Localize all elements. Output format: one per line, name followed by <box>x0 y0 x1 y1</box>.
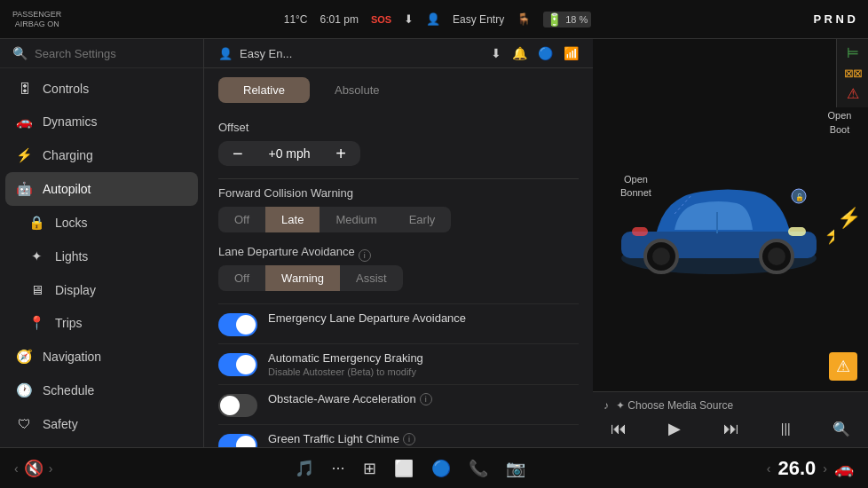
mute-button[interactable]: 🔇 <box>24 459 43 478</box>
oaa-info-icon[interactable]: i <box>420 393 432 405</box>
tab-absolute[interactable]: Absolute <box>310 77 405 103</box>
gtlc-toggle[interactable] <box>218 434 257 447</box>
temperature-display: 11°C <box>284 13 308 26</box>
download-small-icon: ⬇ <box>491 46 501 60</box>
aeb-info: Automatic Emergency Braking Disable Auto… <box>268 351 579 377</box>
sidebar-item-locks[interactable]: 🔒 Locks <box>0 206 203 240</box>
charging-icon: ⚡ <box>16 147 32 163</box>
taskbar-left: ‹ 🔇 › <box>14 459 52 478</box>
svg-text:⚡: ⚡ <box>824 224 834 245</box>
battery-percent: 18 % <box>565 14 588 25</box>
speed-right-arrow[interactable]: › <box>823 461 827 476</box>
time-display: 6:01 pm <box>320 13 359 26</box>
locks-icon: 🔒 <box>28 215 44 231</box>
offset-control: − +0 mph + <box>218 141 360 166</box>
svg-rect-7 <box>788 227 806 236</box>
navigation-icon: 🧭 <box>16 349 32 365</box>
sidebar-label-schedule: Schedule <box>43 383 94 397</box>
easy-entry-label: Easy Entry <box>453 13 504 26</box>
sidebar-item-charging[interactable]: ⚡ Charging <box>0 138 203 172</box>
toggle-row-aeb: Automatic Emergency Braking Disable Auto… <box>218 343 579 384</box>
dynamics-icon: 🚗 <box>16 114 32 130</box>
battery-icon: 🔋 <box>547 12 562 27</box>
open-boot-label[interactable]: OpenBoot <box>827 109 851 137</box>
aeb-toggle[interactable] <box>218 353 257 376</box>
taskbar-right-arrow[interactable]: › <box>49 461 53 476</box>
top-bar: PASSENGERAIRBAG ON 11°C 6:01 pm SOS ⬇ 👤 … <box>0 0 868 39</box>
fcw-early-button[interactable]: Early <box>393 207 452 232</box>
lda-off-button[interactable]: Off <box>218 265 265 291</box>
sub-header-icons: ⬇ 🔔 🔵 📶 <box>491 46 579 60</box>
lda-btn-group: Off Warning Assist <box>218 265 579 291</box>
bluetooth-taskbar-icon[interactable]: 🔵 <box>431 459 451 478</box>
app-taskbar-icon[interactable]: ⬜ <box>394 459 414 478</box>
lda-warning-button[interactable]: Warning <box>265 265 340 291</box>
gear-orange-icon: ⊠⊠ <box>844 67 862 80</box>
fcw-medium-button[interactable]: Medium <box>320 207 392 232</box>
seat-icon: 🪑 <box>517 12 531 26</box>
aeb-title: Automatic Emergency Braking <box>268 351 579 365</box>
media-search-button[interactable]: 🔍 <box>825 419 857 439</box>
grid-taskbar-icon[interactable]: ⊞ <box>363 459 376 478</box>
sidebar-item-lights[interactable]: ✦ Lights <box>0 240 203 273</box>
sidebar-label-navigation: Navigation <box>43 350 101 364</box>
display-icon: 🖥 <box>28 282 44 297</box>
gear-red-icon: ⚠ <box>847 85 859 102</box>
sidebar-item-schedule[interactable]: 🕐 Schedule <box>0 374 203 407</box>
oaa-toggle[interactable] <box>218 394 257 417</box>
nav-items: 🎛 Controls 🚗 Dynamics ⚡ Charging 🤖 Autop… <box>0 68 203 447</box>
offset-plus-button[interactable]: + <box>330 145 351 162</box>
music-taskbar-icon[interactable]: 🎵 <box>295 459 314 478</box>
car-taskbar-icon[interactable]: 🚗 <box>834 459 854 478</box>
lda-info-icon[interactable]: i <box>359 249 371 262</box>
car-view: OpenBonnet OpenBoot <box>593 39 868 391</box>
gtlc-label-row: Green Traffic Light Chime i <box>268 432 579 445</box>
media-title-row: ♪ ✦ Choose Media Source <box>604 399 857 412</box>
sidebar-item-display[interactable]: 🖥 Display <box>0 273 203 306</box>
elda-info: Emergency Lane Departure Avoidance <box>268 311 579 325</box>
sidebar-label-autopilot: Autopilot <box>43 182 91 196</box>
toggle-row-gtlc: Green Traffic Light Chime i <box>218 424 579 447</box>
top-bar-center: 11°C 6:01 pm SOS ⬇ 👤 Easy Entry 🪑 🔋 18 % <box>284 12 592 28</box>
media-prev-button[interactable]: ⏮ <box>604 418 634 440</box>
svg-rect-8 <box>632 227 648 236</box>
lda-label: Lane Departure Avoidance <box>218 245 355 258</box>
lda-assist-button[interactable]: Assist <box>340 265 403 291</box>
person-small-icon: 👤 <box>218 47 233 60</box>
top-bar-right: P R N D <box>814 12 856 26</box>
sidebar-label-locks: Locks <box>55 216 88 230</box>
taskbar-right: ‹ 26.0 › 🚗 <box>767 457 854 480</box>
speed-left-arrow[interactable]: ‹ <box>767 461 771 476</box>
download-icon: ⬇ <box>404 12 414 26</box>
speed-value: 26.0 <box>778 457 817 480</box>
sidebar-item-dynamics[interactable]: 🚗 Dynamics <box>0 105 203 138</box>
camera-taskbar-icon[interactable]: 📷 <box>506 459 525 478</box>
sidebar-item-navigation[interactable]: 🧭 Navigation <box>0 340 203 374</box>
media-controls: ⏮ ▶ ⏭ ||| 🔍 <box>604 417 857 440</box>
bell-icon: 🔔 <box>512 46 527 60</box>
gtlc-info-icon[interactable]: i <box>403 433 415 445</box>
search-bar[interactable]: 🔍 <box>0 39 203 68</box>
media-queue-button[interactable]: ||| <box>774 420 798 437</box>
sidebar-item-controls[interactable]: 🎛 Controls <box>0 72 203 105</box>
fcw-off-button[interactable]: Off <box>218 207 265 232</box>
elda-toggle[interactable] <box>218 313 257 336</box>
dots-taskbar-icon[interactable]: ··· <box>332 459 345 477</box>
phone-taskbar-icon[interactable]: 📞 <box>469 459 488 478</box>
sidebar-item-autopilot[interactable]: 🤖 Autopilot <box>5 172 198 206</box>
offset-minus-button[interactable]: − <box>227 145 249 162</box>
sidebar-item-trips[interactable]: 📍 Trips <box>0 306 203 340</box>
tab-relative[interactable]: Relative <box>218 77 310 103</box>
search-input[interactable] <box>35 47 191 60</box>
taskbar-left-arrow[interactable]: ‹ <box>14 461 19 476</box>
fcw-late-button[interactable]: Late <box>265 207 320 232</box>
sidebar-item-safety[interactable]: 🛡 Safety <box>0 407 203 440</box>
sos-button[interactable]: SOS <box>371 14 391 25</box>
media-next-button[interactable]: ⏭ <box>716 418 746 440</box>
controls-icon: 🎛 <box>16 81 32 96</box>
music-note-icon: ♪ <box>604 399 609 412</box>
oaa-label-row: Obstacle-Aware Acceleration i <box>268 392 579 405</box>
oaa-info: Obstacle-Aware Acceleration i <box>268 392 579 405</box>
media-play-button[interactable]: ▶ <box>661 417 688 440</box>
sidebar-item-service[interactable]: 🔧 Service <box>0 440 203 447</box>
